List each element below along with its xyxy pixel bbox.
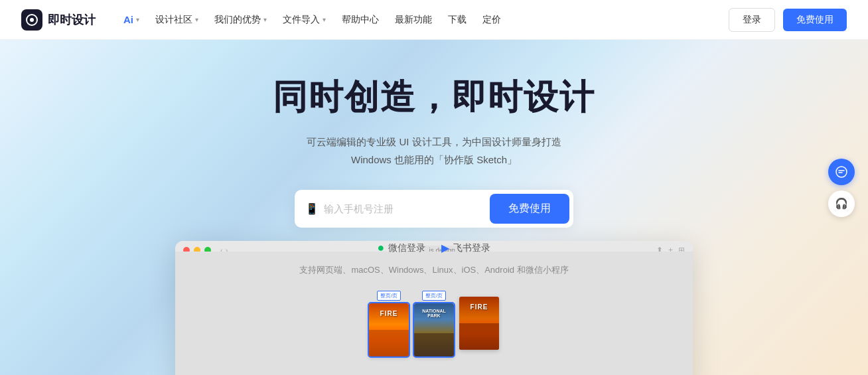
feishu-login-button[interactable]: ▶ 飞书登录 — [441, 242, 490, 254]
float-chat-button[interactable] — [828, 159, 855, 185]
nav-help-label: 帮助中心 — [342, 14, 379, 26]
nav-right: 登录 免费使用 — [729, 8, 847, 32]
chevron-down-icon: ▾ — [263, 16, 267, 23]
nav-item-pricing[interactable]: 定价 — [476, 10, 508, 30]
logo-icon — [21, 9, 42, 31]
nav-item-community[interactable]: 设计社区 ▾ — [149, 10, 205, 30]
chevron-down-icon: ▾ — [136, 16, 139, 23]
nav-new-label: 最新功能 — [395, 14, 432, 26]
nav-community-label: 设计社区 — [155, 14, 192, 26]
logo-text: 即时设计 — [48, 12, 96, 28]
poster-thumb-3[interactable]: FIRE — [459, 297, 499, 350]
phone-input[interactable] — [324, 203, 490, 214]
svg-point-1 — [30, 18, 34, 22]
chevron-down-icon: ▾ — [323, 16, 326, 23]
poster-thumb-2[interactable]: NATIONALPARK — [414, 303, 454, 356]
hero-input-row: 📱 免费使用 — [295, 190, 573, 228]
platform-support-text: 支持网页端、macOS、Windows、Linux、iOS、Android 和微… — [299, 264, 568, 276]
float-widget: 🎧 — [828, 159, 855, 217]
nav-advantages-label: 我们的优势 — [214, 14, 261, 26]
nav-pricing-label: 定价 — [482, 14, 501, 26]
poster-thumb-1[interactable]: FIRE — [369, 303, 409, 356]
selection-label1: 整页/页 — [377, 291, 401, 301]
canvas-wrapper: 90010001150129613001500160017901800 整页/页… — [308, 282, 580, 375]
logo-area[interactable]: 即时设计 — [21, 9, 96, 31]
headphone-icon: 🎧 — [835, 197, 848, 210]
poster-group1: 整页/页 FIRE — [369, 291, 409, 356]
phone-icon: 📱 — [305, 202, 319, 215]
poster-group2: 整页/页 NATIONALPARK — [414, 291, 454, 356]
nav-item-import[interactable]: 文件导入 ▾ — [276, 10, 332, 30]
app-body: ✏ 页数：1 + ∧ ✓ 页面 1 9001000115012961300150… — [175, 282, 693, 375]
social-login-row: ● 微信登录 ▶ 飞书登录 — [378, 241, 491, 255]
nav-item-advantages[interactable]: 我们的优势 ▾ — [208, 10, 273, 30]
nav-item-help[interactable]: 帮助中心 — [335, 10, 386, 30]
login-button[interactable]: 登录 — [729, 8, 775, 32]
svg-point-2 — [836, 167, 847, 177]
poster-group3: FIRE — [459, 297, 499, 350]
navbar: 即时设计 Ai ▾ 设计社区 ▾ 我们的优势 ▾ 文件导入 ▾ 帮助中心 最新功… — [0, 0, 868, 40]
wechat-icon: ● — [378, 241, 385, 255]
nav-item-ai[interactable]: Ai ▾ — [117, 10, 146, 29]
feishu-icon: ▶ — [441, 242, 449, 254]
hero-section: 同时创造，即时设计 可云端编辑的专业级 UI 设计工具，为中国设计师量身打造 W… — [0, 40, 868, 375]
nav-download-label: 下载 — [448, 14, 467, 26]
nav-items: Ai ▾ 设计社区 ▾ 我们的优势 ▾ 文件导入 ▾ 帮助中心 最新功能 下载 … — [117, 10, 729, 30]
feishu-login-label: 飞书登录 — [453, 242, 490, 254]
ai-label: Ai — [123, 14, 133, 25]
hero-free-button[interactable]: 免费使用 — [490, 194, 569, 224]
hero-subtitle-line2: Windows 也能用的「协作版 Sketch」 — [307, 151, 561, 169]
hero-title: 同时创造，即时设计 — [273, 74, 595, 121]
wechat-login-label: 微信登录 — [388, 242, 425, 254]
wechat-login-button[interactable]: ● 微信登录 — [378, 241, 426, 255]
hero-content: 同时创造，即时设计 可云端编辑的专业级 UI 设计工具，为中国设计师量身打造 W… — [0, 40, 868, 276]
chevron-down-icon: ▾ — [195, 16, 198, 23]
float-headphone-button[interactable]: 🎧 — [828, 190, 855, 217]
selection-label2: 整页/页 — [422, 291, 446, 301]
nav-item-download[interactable]: 下载 — [441, 10, 473, 30]
hero-subtitle-line1: 可云端编辑的专业级 UI 设计工具，为中国设计师量身打造 — [307, 133, 561, 151]
hero-subtitle: 可云端编辑的专业级 UI 设计工具，为中国设计师量身打造 Windows 也能用… — [307, 133, 561, 169]
free-use-button[interactable]: 免费使用 — [783, 9, 847, 31]
nav-item-new[interactable]: 最新功能 — [388, 10, 439, 30]
nav-import-label: 文件导入 — [283, 14, 320, 26]
